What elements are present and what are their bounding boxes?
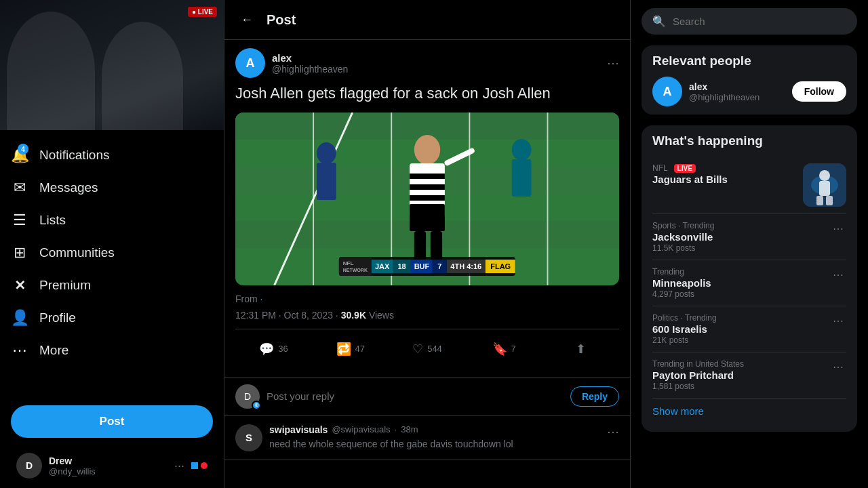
svg-point-18 <box>317 142 336 164</box>
mail-icon: ✉ <box>11 179 28 197</box>
user-handle: @ndy_willis <box>49 466 167 476</box>
post-header: ← Post <box>224 0 630 40</box>
svg-point-24 <box>819 170 830 181</box>
sidebar-item-premium[interactable]: ✕ Premium <box>0 270 224 301</box>
reply-button[interactable]: Reply <box>570 386 619 407</box>
score-network: NFLNETWORK <box>339 257 372 276</box>
trending-item-israelis[interactable]: Politics · Trending 600 Israelis 21K pos… <box>652 306 846 352</box>
more-icon: ⋯ <box>11 342 28 359</box>
notification-count: 4 <box>18 144 28 155</box>
svg-rect-25 <box>819 181 830 196</box>
trending-more-1[interactable]: ⋯ <box>830 221 846 237</box>
trending-more-2[interactable]: ⋯ <box>830 267 846 283</box>
sidebar-item-profile[interactable]: 👤 Profile <box>0 302 224 333</box>
comment-author-handle: @swipavisuals <box>332 424 390 434</box>
post-button[interactable]: Post <box>11 405 213 438</box>
reply-avatar: D ⊕ <box>235 384 260 409</box>
comment-button[interactable]: 💬 36 <box>235 336 312 362</box>
comment-info: swipavisuals @swipavisuals · 38m need th… <box>269 424 600 451</box>
trending-more-4[interactable]: ⋯ <box>830 359 846 375</box>
show-more-link[interactable]: Show more <box>652 399 846 424</box>
relevant-person-info: alex @highlightheaven <box>689 81 785 102</box>
svg-rect-27 <box>826 196 833 205</box>
trending-more-3[interactable]: ⋯ <box>830 313 846 329</box>
svg-rect-14 <box>410 195 445 201</box>
sidebar-item-label: Notifications <box>39 148 110 163</box>
comment-avatar[interactable]: S <box>235 424 262 451</box>
svg-rect-11 <box>410 204 445 231</box>
trending-topic-1: Jacksonville <box>652 231 825 243</box>
comment-header: S swipavisuals @swipavisuals · 38m need … <box>235 424 619 451</box>
trending-item-nfl[interactable]: NFL LIVE Jaguars at Bills <box>652 157 846 214</box>
sidebar-item-communities[interactable]: ⊞ Communities <box>0 237 224 268</box>
comment-menu-button[interactable]: ⋯ <box>607 424 619 439</box>
stream-preview: ● LIVE <box>0 0 224 130</box>
sidebar-item-messages[interactable]: ✉ Messages <box>0 172 224 203</box>
score-score1: 18 <box>393 260 410 273</box>
search-input[interactable] <box>673 16 846 27</box>
tweet-from: From · <box>235 293 619 304</box>
sidebar-item-label: Profile <box>39 310 76 325</box>
back-button[interactable]: ← <box>235 8 258 31</box>
comment-card: S swipavisuals @swipavisuals · 38m need … <box>224 416 630 460</box>
trending-category-4: Trending in United States <box>652 359 825 369</box>
whats-happening-card: What's happening NFL LIVE Jaguars at Bil… <box>642 125 857 432</box>
score-score2: 7 <box>433 260 446 273</box>
figure-right <box>102 22 183 130</box>
trending-item-pritchard[interactable]: Trending in United States Payton Pritcha… <box>652 352 846 399</box>
svg-rect-26 <box>816 196 823 205</box>
page-title: Post <box>267 12 296 28</box>
user-name: Drew <box>49 455 167 466</box>
comment-text: need the whole sequence of the gabe davi… <box>269 438 600 451</box>
relevant-person-avatar[interactable]: A <box>652 77 682 106</box>
reply-avatar-badge: ⊕ <box>252 401 261 410</box>
score-flag: FLAG <box>486 260 515 273</box>
sidebar-item-label: Lists <box>39 213 66 228</box>
tweet-image: NFLNETWORK JAX 18 BUF 7 4TH 4:16 FLAG <box>235 113 619 285</box>
trending-topic-2: Minneapolis <box>652 277 825 289</box>
trending-item-jacksonville[interactable]: Sports · Trending Jacksonville 11.5K pos… <box>652 214 846 260</box>
share-button[interactable]: ⬆ <box>542 336 619 362</box>
svg-rect-13 <box>410 184 445 190</box>
sidebar-item-more[interactable]: ⋯ More <box>0 335 224 366</box>
svg-point-9 <box>414 135 440 165</box>
comment-dot: · <box>395 424 397 434</box>
share-icon: ⬆ <box>576 342 586 357</box>
sidebar-item-lists[interactable]: ☰ Lists <box>0 205 224 236</box>
svg-point-20 <box>512 139 532 161</box>
badge-dot-red <box>201 462 208 469</box>
comment-icon: 💬 <box>259 342 274 357</box>
reply-input[interactable] <box>267 390 564 402</box>
bell-icon: 🔔 4 <box>11 146 28 164</box>
follow-button[interactable]: Follow <box>792 81 846 102</box>
tweet-author-avatar[interactable]: A <box>235 48 265 78</box>
retweet-button[interactable]: 🔁 47 <box>312 336 389 362</box>
trending-topic-3: 600 Israelis <box>652 323 825 335</box>
like-count: 544 <box>427 344 442 354</box>
relevant-person-handle: @highlightheaven <box>689 92 785 102</box>
comment-author-name: swipavisuals <box>269 424 328 435</box>
retweet-icon: 🔁 <box>336 342 351 357</box>
live-badge: LIVE <box>674 164 696 173</box>
tweet-card: A alex @highlightheaven ⋯ Josh Allen get… <box>224 40 630 378</box>
sidebar: ● LIVE 🔔 4 Notifications ✉ Messages ☰ Li… <box>0 0 224 488</box>
user-profile-row[interactable]: D Drew @ndy_willis ··· <box>5 446 218 485</box>
sidebar-item-notifications[interactable]: 🔔 4 Notifications <box>0 140 224 171</box>
trending-category-0: NFL LIVE <box>652 163 797 173</box>
relevant-people-title: Relevant people <box>652 54 846 68</box>
right-panel: 🔍 Relevant people A alex @highlightheave… <box>631 0 868 488</box>
nav-items: 🔔 4 Notifications ✉ Messages ☰ Lists ⊞ C… <box>0 130 224 400</box>
live-badge: ● LIVE <box>188 7 217 17</box>
user-badges <box>191 462 208 469</box>
trending-item-minneapolis[interactable]: Trending Minneapolis 4,297 posts ⋯ <box>652 260 846 306</box>
bookmark-button[interactable]: 🔖 7 <box>466 336 542 362</box>
search-bar: 🔍 <box>642 8 857 35</box>
comment-count: 36 <box>278 344 288 354</box>
trending-count-4: 1,581 posts <box>652 382 825 391</box>
like-button[interactable]: ♡ 544 <box>389 336 465 362</box>
trending-image-nfl <box>803 163 846 207</box>
list-icon: ☰ <box>11 211 28 229</box>
tweet-menu-button[interactable]: ⋯ <box>607 56 619 70</box>
trending-count-3: 21K posts <box>652 336 825 345</box>
user-more-dots[interactable]: ··· <box>174 459 184 473</box>
